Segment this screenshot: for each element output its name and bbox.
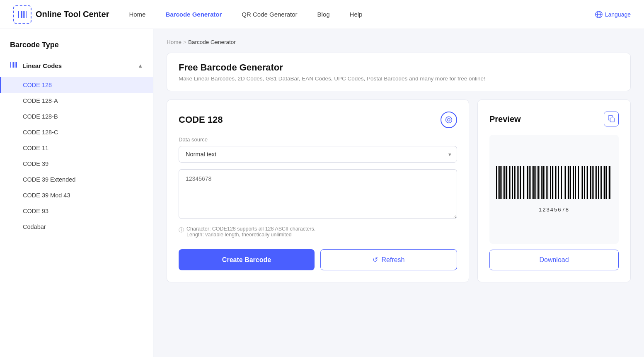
sidebar-item-code128c[interactable]: CODE 128-C xyxy=(0,124,153,140)
sidebar-section-label: Linear Codes xyxy=(22,62,62,69)
barcode-text-input[interactable] xyxy=(179,169,457,219)
svg-rect-40 xyxy=(527,166,528,199)
sidebar-item-code93[interactable]: CODE 93 xyxy=(0,203,153,219)
svg-rect-39 xyxy=(526,166,526,199)
logo[interactable]: Online Tool Center xyxy=(13,5,109,24)
svg-rect-19 xyxy=(610,118,614,122)
svg-rect-73 xyxy=(578,166,579,199)
sidebar-item-code39[interactable]: CODE 39 xyxy=(0,156,153,172)
svg-rect-5 xyxy=(26,11,27,18)
svg-rect-12 xyxy=(12,62,12,68)
svg-rect-83 xyxy=(593,166,594,199)
svg-rect-43 xyxy=(532,166,533,199)
data-source-select[interactable]: Normal text Hexadecimal Base64 xyxy=(179,146,457,163)
breadcrumb-separator: > xyxy=(183,39,186,45)
download-row: Download xyxy=(489,250,619,270)
sidebar-title: Barcode Type xyxy=(0,37,153,56)
svg-rect-74 xyxy=(580,166,580,199)
sidebar-item-code128b[interactable]: CODE 128-B xyxy=(0,109,153,124)
svg-rect-68 xyxy=(570,166,571,199)
nav-barcode-generator[interactable]: Barcode Generator xyxy=(165,11,222,18)
svg-point-17 xyxy=(446,117,452,123)
svg-rect-94 xyxy=(611,166,611,199)
svg-rect-85 xyxy=(596,166,597,199)
svg-rect-34 xyxy=(518,166,519,199)
copy-button[interactable] xyxy=(604,112,619,126)
svg-rect-46 xyxy=(537,166,537,199)
settings-button[interactable] xyxy=(441,112,457,128)
svg-rect-20 xyxy=(496,166,497,199)
sidebar-linear-codes-header[interactable]: Linear Codes ▲ xyxy=(0,56,153,75)
refresh-button[interactable]: ↺ Refresh xyxy=(320,249,457,270)
main-layout: Barcode Type Linear Codes ▲ COD xyxy=(0,29,644,357)
nav-home[interactable]: Home xyxy=(129,11,145,18)
info-content: Character: CODE128 supports all 128 ASCI… xyxy=(186,226,315,238)
svg-rect-47 xyxy=(538,166,539,199)
sidebar-item-code11[interactable]: CODE 11 xyxy=(0,140,153,156)
svg-rect-89 xyxy=(603,166,603,199)
svg-rect-77 xyxy=(584,166,585,199)
page-subtitle: Make Linear Barcodes, 2D Codes, GS1 Data… xyxy=(179,75,619,82)
svg-rect-55 xyxy=(550,166,551,199)
breadcrumb-home[interactable]: Home xyxy=(167,39,182,45)
svg-rect-30 xyxy=(512,166,513,199)
svg-rect-49 xyxy=(541,166,542,199)
form-code-title: CODE 128 xyxy=(179,114,223,125)
language-selector[interactable]: Language xyxy=(595,11,631,18)
page-title: Free Barcode Generator xyxy=(179,62,619,73)
svg-rect-81 xyxy=(590,166,591,199)
data-source-label: Data source xyxy=(179,136,457,143)
svg-rect-14 xyxy=(15,62,16,68)
sidebar-item-code128[interactable]: CODE 128 xyxy=(0,77,153,93)
linear-codes-icon xyxy=(10,60,19,71)
svg-rect-28 xyxy=(509,166,510,199)
barcode-value-label: 12345678 xyxy=(539,206,569,213)
sidebar-item-code128a[interactable]: CODE 128-A xyxy=(0,93,153,109)
nav-help[interactable]: Help xyxy=(350,11,363,18)
sidebar-item-code39extended[interactable]: CODE 39 Extended xyxy=(0,172,153,187)
sidebar-item-codabar[interactable]: Codabar xyxy=(0,219,153,235)
svg-rect-76 xyxy=(582,166,583,199)
svg-rect-87 xyxy=(600,166,600,199)
svg-rect-22 xyxy=(499,166,501,199)
svg-rect-32 xyxy=(516,166,516,199)
nav-qr-code[interactable]: QR Code Generator xyxy=(242,11,297,18)
copy-icon xyxy=(608,115,615,123)
svg-rect-54 xyxy=(549,166,549,199)
download-button[interactable]: Download xyxy=(489,250,619,270)
globe-icon xyxy=(595,11,603,18)
svg-rect-1 xyxy=(20,11,20,18)
refresh-label: Refresh xyxy=(381,256,404,264)
svg-rect-51 xyxy=(545,166,545,199)
preview-header: Preview xyxy=(489,112,619,126)
svg-rect-71 xyxy=(575,166,576,199)
svg-rect-82 xyxy=(592,166,593,199)
svg-rect-21 xyxy=(498,166,499,199)
svg-rect-90 xyxy=(604,166,605,199)
main-nav: Home Barcode Generator QR Code Generator… xyxy=(129,11,631,18)
svg-rect-36 xyxy=(522,166,522,199)
form-header: CODE 128 xyxy=(179,112,457,128)
barcode-preview-area: 12345678 xyxy=(489,135,619,244)
svg-rect-2 xyxy=(21,11,22,18)
svg-rect-91 xyxy=(606,166,607,199)
breadcrumb: Home > Barcode Generator xyxy=(167,39,631,45)
svg-rect-84 xyxy=(595,166,596,199)
sidebar: Barcode Type Linear Codes ▲ COD xyxy=(0,29,153,357)
svg-rect-15 xyxy=(16,62,17,68)
svg-rect-35 xyxy=(520,166,521,199)
create-barcode-button[interactable]: Create Barcode xyxy=(179,249,315,270)
svg-rect-23 xyxy=(501,166,502,199)
form-panel: CODE 128 Data source Normal text Hexadec… xyxy=(167,100,469,282)
sidebar-item-code39mod43[interactable]: CODE 39 Mod 43 xyxy=(0,187,153,203)
svg-rect-38 xyxy=(525,166,525,199)
svg-rect-61 xyxy=(560,166,560,199)
svg-rect-92 xyxy=(608,166,608,199)
svg-rect-93 xyxy=(609,166,610,199)
svg-rect-59 xyxy=(557,166,557,199)
chevron-up-icon: ▲ xyxy=(138,63,143,69)
nav-blog[interactable]: Blog xyxy=(317,11,330,18)
svg-rect-80 xyxy=(589,166,589,199)
logo-icon xyxy=(13,5,31,24)
svg-rect-53 xyxy=(547,166,548,199)
